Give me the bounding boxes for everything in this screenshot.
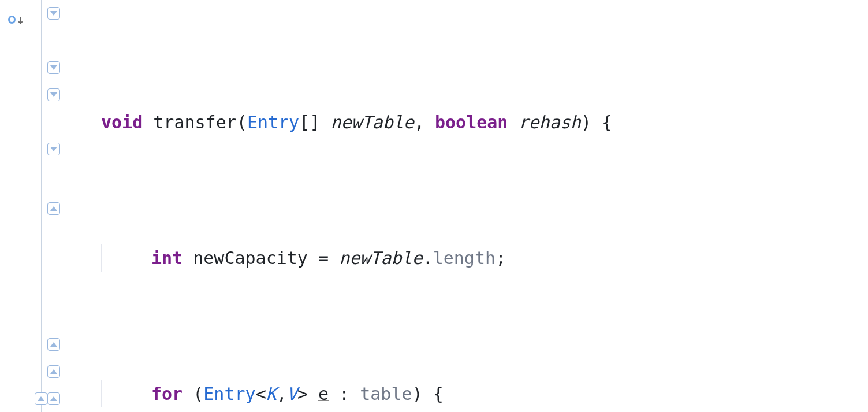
fold-column bbox=[35, 0, 66, 412]
identifier: newTable bbox=[339, 248, 423, 268]
fold-toggle[interactable] bbox=[47, 143, 60, 155]
identifier: newCapacity bbox=[193, 248, 308, 268]
gutter: ↓ bbox=[0, 0, 66, 412]
fold-toggle[interactable] bbox=[47, 7, 60, 20]
property: length bbox=[433, 248, 496, 268]
type: Entry bbox=[247, 112, 299, 132]
code-line[interactable]: void transfer(Entry[] newTable, boolean … bbox=[101, 109, 868, 136]
fold-toggle[interactable] bbox=[47, 202, 60, 215]
code-area[interactable]: void transfer(Entry[] newTable, boolean … bbox=[66, 0, 868, 412]
code-line[interactable]: for (Entry<K,V> e : table) { bbox=[101, 380, 868, 407]
identifier: e bbox=[318, 384, 329, 404]
identifier: table bbox=[360, 384, 412, 404]
parameter: rehash bbox=[519, 112, 581, 132]
override-marker[interactable]: ↓ bbox=[8, 6, 24, 33]
code-line[interactable]: int newCapacity = newTable.length; bbox=[101, 244, 868, 272]
code-editor: ↓ void transfer(Entry[] newTable, boolea… bbox=[0, 0, 868, 412]
override-arrow-icon: ↓ bbox=[17, 6, 24, 33]
type-param: K bbox=[266, 384, 277, 404]
fold-toggle[interactable] bbox=[47, 365, 60, 378]
fold-toggle[interactable] bbox=[47, 338, 60, 351]
method-name: transfer bbox=[153, 112, 237, 132]
fold-toggle[interactable] bbox=[35, 392, 47, 405]
keyword: for bbox=[151, 384, 182, 404]
parameter: newTable bbox=[330, 112, 414, 132]
type-param: V bbox=[287, 384, 297, 404]
fold-toggle[interactable] bbox=[47, 88, 60, 101]
keyword: boolean bbox=[435, 112, 508, 132]
fold-toggle[interactable] bbox=[47, 61, 60, 74]
fold-toggle[interactable] bbox=[47, 392, 60, 405]
type: Entry bbox=[203, 384, 255, 404]
override-circle-icon bbox=[8, 16, 16, 24]
keyword: int bbox=[151, 248, 182, 268]
keyword: void bbox=[101, 112, 143, 132]
